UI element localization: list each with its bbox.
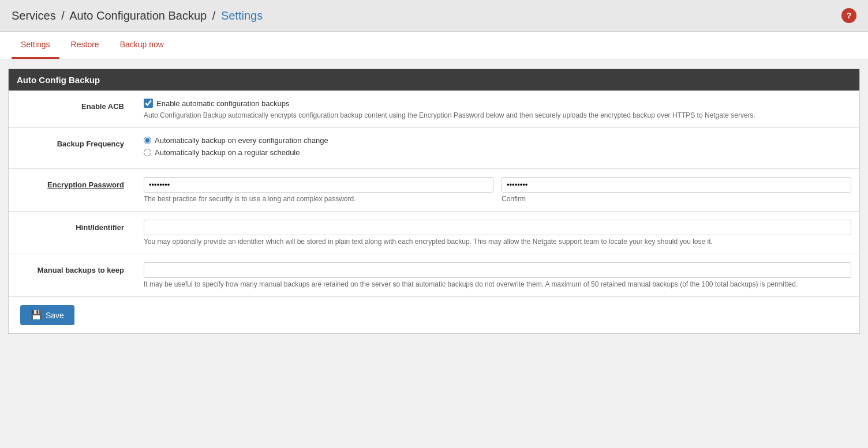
manual-backups-field: It may be useful to specify how many man… — [136, 262, 859, 288]
hint-identifier-field: You may optionally provide an identifier… — [136, 220, 859, 246]
confirm-field-group: Confirm — [502, 177, 851, 203]
confirm-label: Confirm — [502, 195, 851, 203]
radio-every-change[interactable] — [144, 137, 151, 144]
breadcrumb: Services / Auto Configuration Backup / S… — [12, 9, 263, 22]
hint-identifier-input[interactable] — [144, 220, 851, 235]
radio-option-1: Automatically backup on every configurat… — [144, 136, 851, 145]
settings-content: Auto Config Backup Enable ACB Enable aut… — [8, 69, 860, 334]
enable-acb-checkbox-label: Enable automatic configuration backups — [156, 99, 290, 108]
save-button-label: Save — [46, 311, 64, 320]
hint-identifier-row: Hint/Identifier You may optionally provi… — [9, 212, 859, 254]
enable-acb-row: Enable ACB Enable automatic configuratio… — [9, 91, 859, 128]
help-icon[interactable]: ? — [841, 8, 856, 23]
enable-acb-description: Auto Configuration Backup automatically … — [144, 111, 851, 119]
tabs-bar: Settings Restore Backup now — [0, 32, 868, 59]
breadcrumb-services: Services — [12, 9, 56, 22]
encryption-password-fields: The best practice for security is to use… — [136, 177, 859, 203]
backup-frequency-field: Automatically backup on every configurat… — [136, 136, 859, 160]
tab-settings[interactable]: Settings — [12, 32, 59, 59]
manual-backups-input[interactable] — [144, 262, 851, 278]
enable-acb-field: Enable automatic configuration backups A… — [136, 99, 859, 119]
save-icon: 💾 — [31, 310, 42, 321]
confirm-password-input[interactable] — [502, 177, 851, 193]
hint-identifier-label: Hint/Identifier — [9, 220, 136, 232]
radio-option-2: Automatically backup on a regular schedu… — [144, 148, 851, 157]
backup-frequency-row: Backup Frequency Automatically backup on… — [9, 128, 859, 169]
hint-identifier-help-text: You may optionally provide an identifier… — [144, 238, 851, 246]
enable-acb-label: Enable ACB — [9, 99, 136, 111]
radio-regular-schedule-label: Automatically backup on a regular schedu… — [155, 148, 300, 157]
sep2: / — [212, 9, 216, 22]
tab-backup-now[interactable]: Backup now — [111, 32, 173, 59]
encryption-password-row: Encryption Password The best practice fo… — [9, 169, 859, 212]
backup-frequency-label: Backup Frequency — [9, 136, 136, 148]
enable-acb-checkbox[interactable] — [144, 99, 153, 108]
encryption-password-label: Encryption Password — [9, 177, 136, 189]
password-help-text: The best practice for security is to use… — [144, 195, 493, 203]
save-button[interactable]: 💾 Save — [20, 305, 74, 325]
sep1: / — [61, 9, 65, 22]
section-header: Auto Config Backup — [9, 69, 859, 91]
tab-restore[interactable]: Restore — [62, 32, 108, 59]
password-input[interactable] — [144, 177, 493, 193]
manual-backups-help-text: It may be useful to specify how many man… — [144, 280, 851, 288]
radio-every-change-label: Automatically backup on every configurat… — [155, 136, 328, 145]
breadcrumb-auto-config: Auto Configuration Backup — [69, 9, 207, 22]
manual-backups-row: Manual backups to keep It may be useful … — [9, 254, 859, 297]
password-field-group: The best practice for security is to use… — [144, 177, 493, 203]
save-bar: 💾 Save — [9, 297, 859, 333]
radio-regular-schedule[interactable] — [144, 149, 151, 156]
header: Services / Auto Configuration Backup / S… — [0, 0, 868, 32]
breadcrumb-current: Settings — [221, 9, 263, 22]
manual-backups-label: Manual backups to keep — [9, 262, 136, 274]
